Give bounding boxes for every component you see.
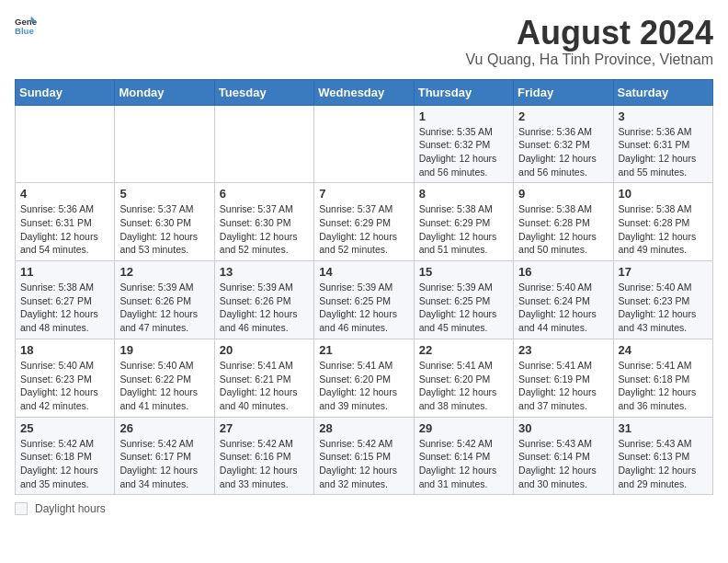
day-info: Sunrise: 5:39 AM Sunset: 6:25 PM Dayligh…: [319, 281, 408, 335]
calendar-cell: 20Sunrise: 5:41 AM Sunset: 6:21 PM Dayli…: [214, 339, 313, 417]
day-info: Sunrise: 5:37 AM Sunset: 6:30 PM Dayligh…: [220, 202, 309, 257]
daylight-label: Daylight hours: [35, 502, 106, 515]
day-info: Sunrise: 5:42 AM Sunset: 6:15 PM Dayligh…: [319, 437, 408, 491]
calendar-cell: 29Sunrise: 5:42 AM Sunset: 6:14 PM Dayli…: [414, 417, 513, 495]
calendar-cell: 28Sunrise: 5:42 AM Sunset: 6:15 PM Dayli…: [314, 417, 414, 495]
day-number: 20: [220, 343, 309, 357]
day-info: Sunrise: 5:37 AM Sunset: 6:30 PM Dayligh…: [119, 202, 209, 257]
day-info: Sunrise: 5:39 AM Sunset: 6:26 PM Dayligh…: [220, 281, 309, 335]
day-number: 6: [220, 187, 309, 201]
calendar-cell: 14Sunrise: 5:39 AM Sunset: 6:25 PM Dayli…: [314, 261, 414, 339]
weekday-header-thursday: Thursday: [414, 79, 513, 105]
week-row-1: 1Sunrise: 5:35 AM Sunset: 6:32 PM Daylig…: [16, 105, 713, 183]
weekday-header-wednesday: Wednesday: [314, 79, 414, 105]
calendar-cell: 4Sunrise: 5:36 AM Sunset: 6:31 PM Daylig…: [16, 183, 115, 261]
week-row-2: 4Sunrise: 5:36 AM Sunset: 6:31 PM Daylig…: [16, 183, 713, 261]
calendar-cell: 31Sunrise: 5:43 AM Sunset: 6:13 PM Dayli…: [613, 417, 712, 495]
day-info: Sunrise: 5:40 AM Sunset: 6:24 PM Dayligh…: [518, 281, 608, 335]
calendar-table: SundayMondayTuesdayWednesdayThursdayFrid…: [15, 79, 713, 496]
calendar-cell: 3Sunrise: 5:36 AM Sunset: 6:31 PM Daylig…: [613, 105, 712, 183]
calendar-cell: 30Sunrise: 5:43 AM Sunset: 6:14 PM Dayli…: [514, 417, 613, 495]
day-info: Sunrise: 5:42 AM Sunset: 6:16 PM Dayligh…: [220, 437, 309, 491]
day-number: 15: [419, 265, 508, 279]
title-section: August 2024 Vu Quang, Ha Tinh Province, …: [466, 15, 713, 68]
day-info: Sunrise: 5:38 AM Sunset: 6:29 PM Dayligh…: [419, 202, 508, 257]
day-info: Sunrise: 5:41 AM Sunset: 6:21 PM Dayligh…: [220, 359, 309, 413]
calendar-cell: 27Sunrise: 5:42 AM Sunset: 6:16 PM Dayli…: [214, 417, 313, 495]
footer-note: Daylight hours: [15, 502, 713, 515]
calendar-cell: 16Sunrise: 5:40 AM Sunset: 6:24 PM Dayli…: [514, 261, 613, 339]
calendar-cell: 1Sunrise: 5:35 AM Sunset: 6:32 PM Daylig…: [414, 105, 513, 183]
calendar-cell: 18Sunrise: 5:40 AM Sunset: 6:23 PM Dayli…: [16, 339, 115, 417]
day-number: 1: [419, 109, 508, 123]
calendar-cell: 25Sunrise: 5:42 AM Sunset: 6:18 PM Dayli…: [16, 417, 115, 495]
calendar-cell: 7Sunrise: 5:37 AM Sunset: 6:29 PM Daylig…: [314, 183, 414, 261]
calendar-cell: 24Sunrise: 5:41 AM Sunset: 6:18 PM Dayli…: [613, 339, 712, 417]
day-number: 5: [119, 187, 209, 201]
day-info: Sunrise: 5:38 AM Sunset: 6:28 PM Dayligh…: [619, 202, 708, 257]
calendar-cell: 23Sunrise: 5:41 AM Sunset: 6:19 PM Dayli…: [514, 339, 613, 417]
day-number: 17: [619, 265, 708, 279]
calendar-cell: 10Sunrise: 5:38 AM Sunset: 6:28 PM Dayli…: [613, 183, 712, 261]
calendar-cell: 21Sunrise: 5:41 AM Sunset: 6:20 PM Dayli…: [314, 339, 414, 417]
day-number: 26: [119, 421, 209, 435]
day-number: 22: [419, 343, 508, 357]
calendar-cell: 17Sunrise: 5:40 AM Sunset: 6:23 PM Dayli…: [613, 261, 712, 339]
calendar-cell: 15Sunrise: 5:39 AM Sunset: 6:25 PM Dayli…: [414, 261, 513, 339]
day-number: 19: [119, 343, 209, 357]
day-info: Sunrise: 5:43 AM Sunset: 6:13 PM Dayligh…: [619, 437, 708, 491]
calendar-cell: 13Sunrise: 5:39 AM Sunset: 6:26 PM Dayli…: [214, 261, 313, 339]
day-number: 12: [119, 265, 209, 279]
month-title: August 2024: [466, 15, 713, 52]
day-info: Sunrise: 5:40 AM Sunset: 6:23 PM Dayligh…: [20, 359, 109, 413]
day-number: 10: [619, 187, 708, 201]
calendar-cell: 22Sunrise: 5:41 AM Sunset: 6:20 PM Dayli…: [414, 339, 513, 417]
day-info: Sunrise: 5:41 AM Sunset: 6:20 PM Dayligh…: [419, 359, 508, 413]
day-number: 4: [20, 187, 109, 201]
week-row-4: 18Sunrise: 5:40 AM Sunset: 6:23 PM Dayli…: [16, 339, 713, 417]
day-number: 14: [319, 265, 408, 279]
calendar-cell: [16, 105, 115, 183]
day-info: Sunrise: 5:42 AM Sunset: 6:14 PM Dayligh…: [419, 437, 508, 491]
day-number: 31: [619, 421, 708, 435]
day-info: Sunrise: 5:43 AM Sunset: 6:14 PM Dayligh…: [518, 437, 608, 491]
weekday-header-monday: Monday: [115, 79, 214, 105]
logo-icon: General Blue: [15, 15, 37, 37]
day-info: Sunrise: 5:36 AM Sunset: 6:31 PM Dayligh…: [20, 202, 109, 257]
day-number: 29: [419, 421, 508, 435]
day-info: Sunrise: 5:41 AM Sunset: 6:19 PM Dayligh…: [518, 359, 608, 413]
day-number: 27: [220, 421, 309, 435]
day-number: 24: [619, 343, 708, 357]
weekday-header-friday: Friday: [514, 79, 613, 105]
weekday-header-row: SundayMondayTuesdayWednesdayThursdayFrid…: [16, 79, 713, 105]
calendar-cell: 9Sunrise: 5:38 AM Sunset: 6:28 PM Daylig…: [514, 183, 613, 261]
svg-text:Blue: Blue: [15, 26, 34, 36]
day-info: Sunrise: 5:39 AM Sunset: 6:26 PM Dayligh…: [119, 281, 209, 335]
calendar-cell: 6Sunrise: 5:37 AM Sunset: 6:30 PM Daylig…: [214, 183, 313, 261]
weekday-header-saturday: Saturday: [613, 79, 712, 105]
calendar-cell: 26Sunrise: 5:42 AM Sunset: 6:17 PM Dayli…: [115, 417, 214, 495]
day-info: Sunrise: 5:42 AM Sunset: 6:18 PM Dayligh…: [20, 437, 109, 491]
day-number: 30: [518, 421, 608, 435]
weekday-header-sunday: Sunday: [16, 79, 115, 105]
week-row-5: 25Sunrise: 5:42 AM Sunset: 6:18 PM Dayli…: [16, 417, 713, 495]
day-info: Sunrise: 5:39 AM Sunset: 6:25 PM Dayligh…: [419, 281, 508, 335]
calendar-cell: 5Sunrise: 5:37 AM Sunset: 6:30 PM Daylig…: [115, 183, 214, 261]
day-number: 28: [319, 421, 408, 435]
day-number: 18: [20, 343, 109, 357]
day-number: 21: [319, 343, 408, 357]
week-row-3: 11Sunrise: 5:38 AM Sunset: 6:27 PM Dayli…: [16, 261, 713, 339]
day-info: Sunrise: 5:36 AM Sunset: 6:31 PM Dayligh…: [619, 125, 708, 179]
day-number: 25: [20, 421, 109, 435]
calendar-cell: [314, 105, 414, 183]
day-info: Sunrise: 5:36 AM Sunset: 6:32 PM Dayligh…: [518, 125, 608, 179]
day-info: Sunrise: 5:41 AM Sunset: 6:20 PM Dayligh…: [319, 359, 408, 413]
calendar-cell: 2Sunrise: 5:36 AM Sunset: 6:32 PM Daylig…: [514, 105, 613, 183]
weekday-header-tuesday: Tuesday: [214, 79, 313, 105]
day-info: Sunrise: 5:38 AM Sunset: 6:27 PM Dayligh…: [20, 281, 109, 335]
logo: General Blue: [15, 15, 37, 37]
daylight-box: [15, 502, 28, 515]
day-number: 16: [518, 265, 608, 279]
day-number: 3: [619, 109, 708, 123]
day-info: Sunrise: 5:35 AM Sunset: 6:32 PM Dayligh…: [419, 125, 508, 179]
